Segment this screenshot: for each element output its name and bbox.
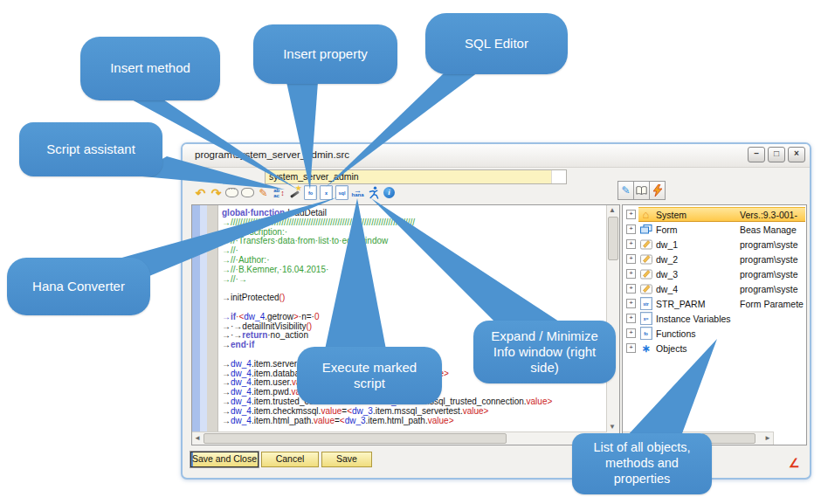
code-line: →if·<dw_4.getrow>·n=·0	[222, 312, 607, 321]
system-icon: ⌂	[639, 209, 652, 220]
code-line: →//·	[222, 245, 607, 255]
expand-icon[interactable]: +	[626, 343, 636, 353]
tree-row-str-parm[interactable]: +strSTR_PARMForm Paramete	[624, 296, 805, 311]
sql-editor-icon[interactable]: sql	[335, 185, 348, 201]
horizontal-scrollbar[interactable]: ◄ ►	[192, 432, 607, 445]
uncomment-icon[interactable]	[241, 185, 254, 201]
code-line: →///////////////////////////////////////…	[222, 217, 607, 227]
dw-icon	[639, 283, 652, 294]
tree-label: Functions	[656, 328, 696, 339]
callout-script-assistant: Script assistant	[19, 122, 162, 176]
hana-converter-icon[interactable]: →hana	[351, 185, 364, 201]
tree-row-functions[interactable]: +foFunctions	[624, 326, 805, 341]
code-line	[222, 283, 607, 293]
callout-object-list: List of all objects, methods and propert…	[572, 433, 712, 494]
dw-icon	[639, 253, 652, 265]
code-line: →dw_4.item.checkmssql.value=<dw_3.item.m…	[222, 406, 607, 416]
window-title: program\system_server_admin.src	[195, 149, 349, 160]
tree-scroll-right-icon[interactable]: ►	[762, 433, 773, 444]
tree-value: program\syste	[740, 254, 805, 265]
horizontal-scroll-thumb[interactable]	[204, 433, 507, 444]
script-assistant-icon[interactable]: ★	[288, 185, 301, 201]
tree-value: program\syste	[740, 269, 805, 280]
tree-row-objects[interactable]: +∗Objects	[624, 341, 805, 356]
maximize-button[interactable]: □	[768, 147, 785, 162]
code-line: →dw_4.item.html_path.value=<dw_3.item.ht…	[222, 416, 607, 425]
object-tree: +⌂SystemVers.:9.3-001-+FormBeas Manage+d…	[624, 207, 805, 432]
expand-icon[interactable]: +	[626, 284, 636, 293]
str-icon: str	[639, 298, 652, 309]
quick-actions-icon[interactable]	[649, 183, 665, 198]
redo-icon[interactable]: ↷	[210, 185, 223, 201]
tree-label: dw_2	[656, 254, 678, 265]
insert-method-icon[interactable]: fo	[304, 185, 317, 201]
info-panel-toolbar: ✎	[617, 183, 665, 198]
tree-row-dw-1[interactable]: +dw_1program\syste	[624, 237, 805, 252]
save-button[interactable]: Save	[321, 452, 372, 467]
format-brush-icon[interactable]: ✎	[257, 185, 270, 201]
callout-expand-minimize: Expand / Minimize Info window (right sid…	[473, 321, 616, 383]
code-line: →initProtected()	[222, 293, 607, 302]
expand-icon[interactable]: +	[626, 328, 636, 338]
tree-label: dw_1	[656, 239, 678, 250]
tree-label: System	[656, 210, 686, 220]
scroll-left-icon[interactable]: ◄	[192, 433, 203, 444]
script-name-field[interactable]: system_server_admin	[265, 169, 567, 184]
expand-icon[interactable]: +	[626, 224, 636, 234]
tree-label: Form	[656, 224, 678, 235]
execute-script-icon[interactable]	[367, 185, 380, 201]
tree-value: program\syste	[740, 239, 805, 250]
close-button[interactable]: ×	[788, 147, 805, 162]
scroll-up-icon[interactable]: ▲	[607, 205, 617, 216]
editor-toolbar: ↶↷✎abac↕★foxsql→hanai	[194, 183, 396, 202]
scroll-down-icon[interactable]: ▼	[607, 422, 617, 432]
code-line: →//·→	[222, 274, 607, 284]
expand-icon[interactable]: +	[626, 239, 636, 249]
tree-label: Instance Variables	[656, 314, 731, 324]
expand-icon[interactable]: +	[626, 254, 636, 264]
expand-icon[interactable]: +	[626, 314, 636, 323]
undo-icon[interactable]: ↶	[194, 185, 207, 201]
documentation-icon[interactable]	[633, 183, 649, 198]
code-line: global·function·loadDetail	[222, 208, 607, 217]
expand-icon[interactable]: +	[626, 299, 636, 308]
tree-row-dw-3[interactable]: +dw_3program\syste	[624, 266, 805, 281]
xvar-icon: x=	[639, 313, 652, 324]
callout-hana-converter: Hana Converter	[7, 258, 150, 315]
code-line	[222, 302, 607, 312]
callout-insert-method: Insert method	[80, 37, 220, 100]
callout-sql-editor: SQL Editor	[425, 13, 568, 74]
title-bar: program\system_server_admin.src – □ ×	[183, 144, 810, 168]
tree-label: dw_4	[656, 284, 678, 294]
vertical-scrollbar[interactable]: ▲ ▼	[606, 205, 619, 432]
tree-label: dw_3	[656, 269, 678, 280]
info-toggle-icon[interactable]: i	[383, 185, 396, 201]
beas-corner-icon[interactable]: ∠	[789, 456, 800, 470]
object-browser-panel: +⌂SystemVers.:9.3-001-+FormBeas Manage+d…	[622, 204, 807, 445]
save-and-close-button[interactable]: Save and Close	[190, 452, 259, 467]
script-editor-window: program\system_server_admin.src – □ × sy…	[181, 142, 811, 480]
expand-icon[interactable]: +	[626, 269, 636, 279]
tree-row-dw-4[interactable]: +dw_4program\syste	[624, 281, 805, 296]
code-line: →//·Author:·	[222, 255, 607, 265]
tree-value: Form Paramete	[740, 299, 805, 309]
vertical-scroll-thumb[interactable]	[608, 217, 618, 260]
code-line: →//·B.Kemner,·16.04.2015·	[222, 265, 607, 274]
editor-selection-margin	[192, 205, 200, 432]
code-line: →//·Description:·	[222, 227, 607, 237]
insert-property-icon[interactable]: x	[320, 185, 333, 201]
tree-row-instance-variables[interactable]: +x=Instance Variables	[624, 311, 805, 326]
tree-row-form[interactable]: +FormBeas Manage	[624, 222, 805, 237]
case-convert-icon[interactable]: abac↕	[273, 185, 286, 201]
tree-row-dw-2[interactable]: +dw_2program\syste	[624, 252, 805, 266]
minimize-button[interactable]: –	[748, 147, 765, 162]
dw-icon	[639, 268, 652, 280]
tree-row-system[interactable]: +⌂SystemVers.:9.3-001-	[624, 207, 805, 222]
tree-label: Objects	[656, 343, 687, 354]
tree-value: Beas Manage	[740, 224, 805, 235]
edit-mode-icon[interactable]: ✎	[617, 183, 633, 198]
expand-icon[interactable]: +	[626, 210, 636, 219]
cancel-button[interactable]: Cancel	[261, 452, 319, 467]
callout-execute-script: Execute marked script	[297, 347, 442, 404]
comment-icon[interactable]	[225, 185, 238, 201]
